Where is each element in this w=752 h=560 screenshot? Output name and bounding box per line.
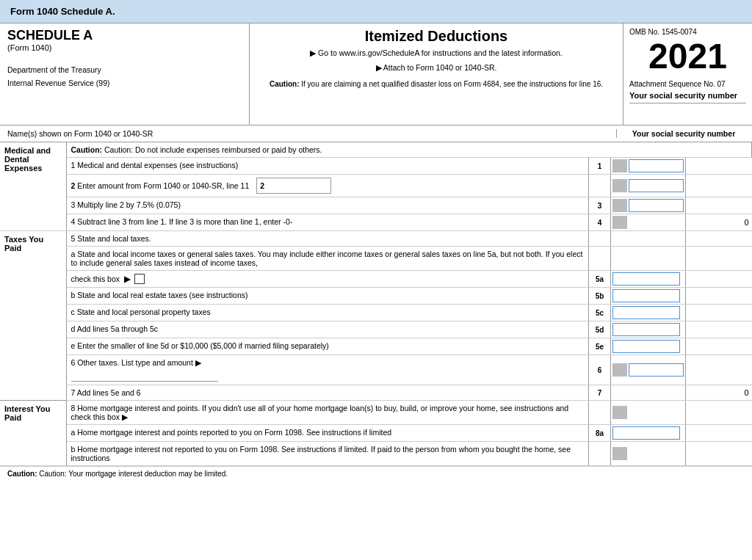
line5d-total [686,321,752,338]
line8-gray-box [612,406,627,419]
line6-num: 6 [589,355,611,385]
line5a-desc: a State and local income taxes or genera… [66,247,589,271]
line2-input[interactable] [269,180,328,192]
line8b-content: b Home mortgage interest not reported to… [66,442,589,466]
line5d-input[interactable] [612,323,680,336]
header-center: Itemized Deductions ▶ Go to www.irs.gov/… [250,23,623,125]
header-left: SCHEDULE A (Form 1040) Department of the… [0,23,250,125]
line8-input-blank [611,401,686,425]
line3-content: 3 Multiply line 2 by 7.5% (0.075) [66,197,589,214]
line8a-input[interactable] [612,426,680,440]
line3-total-cell [686,197,752,214]
ssn-field-label: Your social security number [616,129,745,138]
instruction2: ▶ Attach to Form 1040 or 1040-SR. [257,62,615,74]
line2-input-area: 2 [256,178,331,194]
line8a-input-cell [611,425,686,442]
line1-gray-box [612,159,627,172]
line5e-content: e Enter the smaller of line 5d or $10,00… [66,338,589,355]
line2-total-cell [686,175,752,197]
line8b-num-blank [589,442,611,466]
main-title: Itemized Deductions [257,28,615,45]
line5-num-blank [589,231,611,247]
bottom-caution-note: Caution: Caution: Your mortgage interest… [0,466,752,481]
line6-input[interactable] [629,363,684,377]
name-row: Name(s) shown on Form 1040 or 1040-SR Yo… [0,126,752,142]
line5a-input-cell [611,271,686,288]
ssn-field-area[interactable] [629,103,746,120]
line7-num: 7 [589,385,611,401]
line4-content: 4 Subtract line 3 from line 1. If line 3… [66,214,589,231]
line5b-num: 5b [589,288,611,305]
line5e-input-cell [611,338,686,355]
caution-bold-label: Caution: [270,80,300,88]
line6-content: 6 Other taxes. List type and amount ▶ [66,355,589,385]
line5b-content: b State and local real estate taxes (see… [66,288,589,305]
header-right: OMB No. 1545-0074 2021 Attachment Sequen… [623,23,752,125]
line5a-input[interactable] [612,272,680,286]
line5c-num: 5c [589,305,611,321]
header-caution: Caution: If you are claiming a net quali… [257,79,615,90]
check-arrow: ▶ [124,274,130,284]
line8a-total [686,425,752,442]
check-box[interactable] [134,274,145,284]
line8-num-blank [589,401,611,425]
line5-header: 5 State and local taxes. [66,231,589,247]
line5-input-blank [611,231,686,247]
line3-input-cell [611,197,686,214]
medical-section-label: Medical and Dental Expenses [0,142,66,231]
line5d-num: 5d [589,321,611,338]
title-bar: Form 1040 Schedule A. [0,0,752,23]
ssn-label: Your social security number [629,91,746,100]
dept-label: Department of the Treasury [7,65,242,74]
line5e-total [686,338,752,355]
line2-field[interactable] [629,179,684,192]
line1-content: 1 Medical and dental expenses (see instr… [66,158,589,175]
line5e-num: 5e [589,338,611,355]
line5a-desc-input [611,247,686,271]
line4-total-val: 0 [686,214,752,231]
line6-input-cell [611,355,686,385]
check-row: check this box ▶ [66,271,589,288]
line3-gray-box [612,199,627,212]
line1-num: 1 [589,158,611,175]
line2-gray-box [612,179,627,192]
line5e-input[interactable] [612,340,680,353]
schedule-a-title: SCHEDULE A [7,28,242,43]
line8a-content: a Home mortgage interest and points repo… [66,425,589,442]
line8b-total [686,442,752,466]
line6-text-input[interactable] [71,370,218,382]
line5d-input-cell [611,321,686,338]
line3-input[interactable] [629,199,684,212]
line5c-total [686,305,752,321]
line2-content: 2 Enter amount from Form 1040 or 1040-SR… [66,175,589,197]
line5c-input-cell [611,305,686,321]
line1-input[interactable] [629,159,684,172]
line5a-desc-total [686,247,752,271]
attachment-seq: Attachment Sequence No. 07 [629,80,746,88]
line4-gray-box [612,216,627,229]
line6-total [686,355,752,385]
caution-text-body: If you are claiming a net qualified disa… [301,80,603,88]
taxes-section-label: Taxes You Paid [0,231,66,401]
line5c-input[interactable] [612,306,680,319]
interest-section-label: Interest You Paid [0,401,66,466]
medical-caution: Caution: Caution: Do not include expense… [66,142,752,158]
year-display: 2021 [629,39,746,74]
title-bar-label: Form 1040 Schedule A. [10,6,115,17]
line8-total-blank [686,401,752,425]
line5b-input[interactable] [612,289,680,302]
check-label: check this box [71,274,120,283]
line1-total-cell [686,158,752,175]
omb-number: OMB No. 1545-0074 [629,28,746,36]
line5b-input-cell [611,288,686,305]
line8a-num: 8a [589,425,611,442]
line7-total: 0 [686,385,752,401]
line2-input-cell [611,175,686,197]
line5b-total [686,288,752,305]
line8b-input-cell [611,442,686,466]
line7-content: 7 Add lines 5e and 6 [66,385,589,401]
line5a-total [686,271,752,288]
line1-input-cell [611,158,686,175]
line2-label: 2 [260,181,264,190]
form-subtitle: (Form 1040) [7,43,242,52]
